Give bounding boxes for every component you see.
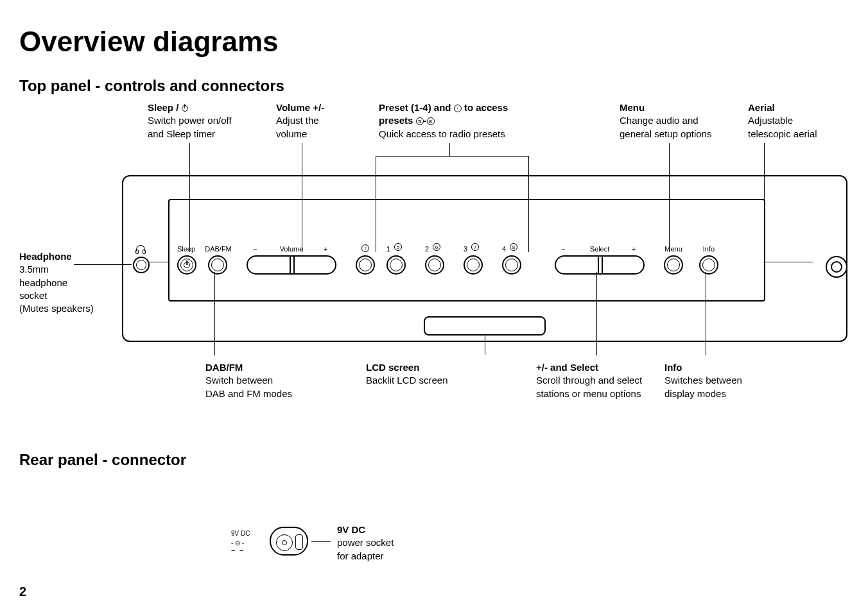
leader-line — [149, 262, 168, 262]
callout-dabfm: DAB/FM Switch between DAB and FM modes — [205, 361, 292, 400]
callout-9vdc-d2: for adapter — [337, 550, 394, 563]
callout-aerial-title: Aerial — [748, 102, 775, 113]
callout-lcd: LCD screen Backlit LCD screen — [366, 361, 448, 387]
callout-select: +/- and Select Scroll through and select… — [536, 361, 642, 400]
callout-select-d1: Scroll through and select — [536, 374, 642, 387]
leader-line — [485, 336, 485, 355]
callout-menu-desc1: Change audio and — [620, 114, 711, 127]
shift-icon: ↑ — [454, 105, 462, 112]
shift-button — [356, 255, 375, 275]
label-plus: + — [324, 245, 327, 253]
label-minus2: − — [561, 245, 565, 253]
label-select: Select — [580, 245, 619, 253]
dc-power-socket — [270, 527, 308, 556]
label-circled-7: 7 — [471, 242, 479, 251]
callout-aerial-desc1: Adjustable — [748, 114, 817, 127]
callout-lcd-desc: Backlit LCD screen — [366, 374, 448, 387]
callout-sleep-desc1: Switch power on/off — [148, 114, 232, 127]
callout-volume: Volume +/- Adjust the volume — [276, 101, 324, 140]
rear-dc-small-label: 9V DC — [231, 530, 250, 538]
callout-lcd-title: LCD screen — [366, 362, 419, 373]
socket-notch — [295, 534, 303, 550]
callout-menu-desc2: general setup options — [620, 128, 711, 140]
power-icon — [182, 105, 188, 112]
leader-line — [74, 264, 132, 265]
label-preset-4: 4 — [502, 245, 506, 253]
callout-preset-title2a: presets — [379, 115, 416, 126]
label-dabfm: DAB/FM — [203, 245, 234, 253]
preset-2-button — [425, 255, 444, 275]
control-strip: Sleep DAB/FM − Volume + ↑ 1 5 2 6 — [168, 199, 765, 302]
preset-1-button — [386, 255, 406, 275]
info-button — [699, 255, 718, 275]
section-title-rear: Rear panel - connector — [19, 451, 849, 469]
callout-dabfm-d1: Switch between — [205, 374, 292, 387]
label-plus2: + — [632, 245, 636, 253]
callout-headphone-d2: headphone — [19, 276, 109, 289]
callout-preset-title-a: Preset (1-4) and — [379, 102, 451, 113]
top-callouts: Sleep / Switch power on/off and Sleep ti… — [122, 101, 860, 159]
menu-button — [664, 255, 683, 275]
section-title-top: Top panel - controls and connectors — [19, 77, 849, 95]
callout-preset: Preset (1-4) and ↑ to access presets 5-8… — [379, 101, 508, 140]
power-icon — [184, 262, 190, 268]
rear-panel-diagram: 9V DC - ⊖ - ‒ ‒ 9V DC power socket for a… — [19, 495, 849, 578]
page-title: Overview diagrams — [19, 26, 849, 58]
aerial-inner-ring — [831, 261, 842, 273]
label-preset-2: 2 — [425, 245, 429, 253]
callout-preset-desc: Quick access to radio presets — [379, 128, 508, 140]
leader-line — [376, 156, 528, 157]
label-shift: ↑ — [356, 244, 375, 252]
callout-volume-desc1: Adjust the — [276, 114, 324, 127]
callout-9vdc-title: 9V DC — [337, 524, 365, 535]
callout-dabfm-title: DAB/FM — [205, 362, 243, 373]
preset-3-button — [464, 255, 483, 275]
label-preset-3: 3 — [464, 245, 467, 253]
radio-outline: Sleep DAB/FM − Volume + ↑ 1 5 2 6 — [122, 175, 847, 342]
leader-line — [214, 272, 215, 355]
callout-preset-title2b: - — [424, 115, 427, 126]
top-panel-diagram: Sleep DAB/FM − Volume + ↑ 1 5 2 6 — [122, 159, 849, 339]
callout-sleep: Sleep / Switch power on/off and Sleep ti… — [148, 101, 232, 140]
callout-info: Info Switches between display modes — [664, 361, 742, 400]
label-circled-8: 8 — [510, 242, 517, 251]
label-sleep: Sleep — [173, 245, 199, 253]
callout-sleep-desc2: and Sleep timer — [148, 128, 232, 140]
callout-9vdc: 9V DC power socket for adapter — [337, 523, 394, 563]
callout-dabfm-d2: DAB and FM modes — [205, 387, 292, 400]
callout-info-title: Info — [664, 362, 682, 373]
label-circled-6: 6 — [433, 242, 440, 251]
callout-select-title: +/- and Select — [536, 362, 598, 373]
callout-headphone-title: Headphone — [19, 251, 72, 262]
callout-headphone-d1: 3.5mm — [19, 263, 109, 276]
page-number: 2 — [19, 584, 26, 597]
callout-info-d2: display modes — [664, 387, 742, 400]
callout-select-d2: stations or menu options — [536, 387, 642, 400]
callout-9vdc-d1: power socket — [337, 536, 394, 549]
callout-headphone: Headphone 3.5mm headphone socket (Mutes … — [19, 250, 109, 315]
leader-line — [706, 272, 706, 355]
headphone-socket — [133, 257, 150, 273]
label-circled-5: 5 — [394, 242, 402, 251]
dc-polarity-icon: - ⊖ - ‒ ‒ — [231, 540, 245, 554]
circled-8-icon: 8 — [427, 117, 435, 125]
callout-sleep-title: Sleep / — [148, 102, 182, 113]
lcd-screen — [424, 316, 546, 336]
callout-aerial-desc2: telescopic aerial — [748, 128, 817, 140]
callout-info-d1: Switches between — [664, 374, 742, 387]
leader-line — [763, 262, 813, 262]
select-rocker — [555, 255, 645, 275]
circled-5-icon: 5 — [416, 117, 424, 125]
label-menu: Menu — [661, 245, 686, 253]
callout-headphone-d3: socket — [19, 289, 109, 302]
bottom-callouts: DAB/FM Switch between DAB and FM modes L… — [122, 361, 860, 419]
label-minus: − — [253, 245, 257, 253]
callout-volume-desc2: volume — [276, 128, 324, 140]
callout-aerial: Aerial Adjustable telescopic aerial — [748, 101, 817, 140]
label-preset-1: 1 — [386, 245, 390, 253]
callout-headphone-d4: (Mutes speakers) — [19, 302, 109, 315]
headphone-icon — [136, 245, 145, 251]
leader-line — [311, 541, 331, 542]
callout-menu: Menu Change audio and general setup opti… — [620, 101, 711, 140]
callout-volume-title: Volume +/- — [276, 102, 324, 113]
